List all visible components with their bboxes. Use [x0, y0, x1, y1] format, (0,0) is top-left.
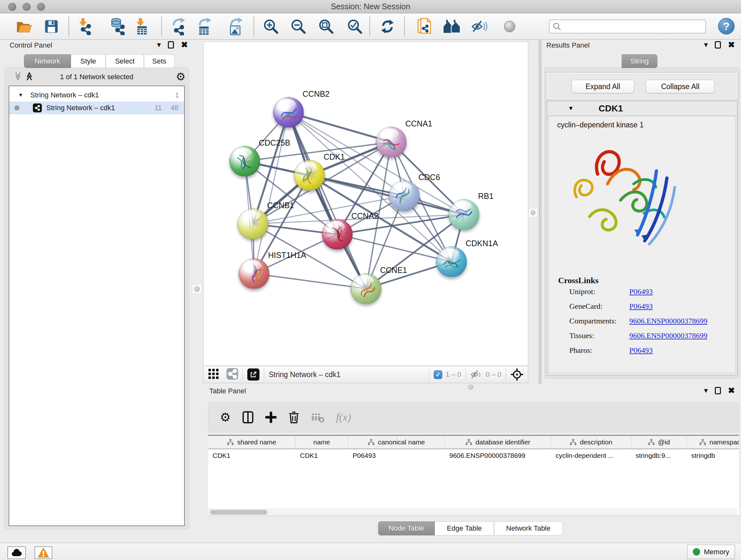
tab-node-table[interactable]: Node Table	[378, 521, 434, 536]
toolbar-separator	[429, 368, 429, 381]
close-window-icon[interactable]	[8, 3, 16, 11]
title-bar: Session: New Session	[0, 0, 741, 13]
network-node-CDC6[interactable]	[389, 180, 420, 211]
export-network-button[interactable]	[170, 17, 188, 36]
zoom-in-button[interactable]	[262, 17, 280, 36]
open-session-button[interactable]	[15, 17, 33, 36]
network-node-CCNE1[interactable]	[351, 273, 381, 304]
network-node-CDK1[interactable]	[294, 160, 325, 191]
gray-sphere-button[interactable]	[501, 17, 519, 36]
memory-button[interactable]: Memory	[687, 545, 735, 559]
network-node-HIST1H1A[interactable]	[239, 258, 269, 289]
zoom-fit-button[interactable]	[317, 17, 335, 36]
expand-all-button[interactable]: Expand All	[571, 80, 634, 93]
network-node-RB1[interactable]	[449, 199, 479, 230]
crosslink-link[interactable]: P06493	[629, 346, 653, 355]
close-panel-icon[interactable]: ✖	[181, 41, 188, 49]
tab-select[interactable]: Select	[106, 54, 144, 68]
collapse-all-button[interactable]: Collapse All	[646, 80, 715, 93]
panel-menu-icon[interactable]: ▾	[157, 41, 161, 49]
float-panel-icon[interactable]	[168, 41, 174, 49]
column-header-name[interactable]: name	[295, 436, 348, 449]
export-table-button[interactable]	[196, 17, 214, 36]
import-network-file-button[interactable]	[75, 17, 93, 36]
import-table-button[interactable]	[132, 17, 150, 36]
hide-selected-button[interactable]	[471, 17, 488, 36]
tab-sets[interactable]: Sets	[144, 54, 175, 68]
node-table: shared namenamecanonical namedatabase id…	[208, 435, 739, 516]
warnings-button[interactable]	[35, 546, 52, 559]
table-cell[interactable]: stringdb:9...	[631, 449, 687, 462]
add-column-icon[interactable]	[265, 412, 277, 423]
help-button[interactable]: ?	[718, 18, 735, 35]
crosslink-link[interactable]: P06493	[629, 287, 653, 296]
float-panel-icon[interactable]	[715, 387, 721, 394]
birdseye-crosshair-icon[interactable]	[511, 368, 523, 381]
column-header-namespace[interactable]: namespace	[687, 436, 739, 449]
network-node-CDKN1A[interactable]	[436, 246, 467, 277]
left-splitter-handle[interactable]	[192, 284, 202, 294]
tab-network[interactable]: Network	[24, 54, 71, 68]
tab-style[interactable]: Style	[71, 54, 106, 68]
collapse-triangle-icon[interactable]: ▼	[568, 105, 574, 112]
selected-nodes-checkbox[interactable]: ✓	[434, 370, 442, 379]
float-panel-icon[interactable]	[715, 41, 721, 49]
import-network-database-button[interactable]	[109, 17, 126, 36]
table-cell[interactable]: CDK1	[295, 449, 348, 462]
export-image-button[interactable]	[227, 17, 245, 36]
tab-network-table[interactable]: Network Table	[494, 521, 562, 536]
right-splitter-handle[interactable]	[529, 208, 537, 217]
crosslink-link[interactable]: 9606.ENSP00000378699	[629, 331, 708, 340]
node-gloss-highlight	[454, 201, 472, 212]
tab-edge-table[interactable]: Edge Table	[434, 521, 494, 536]
scrollbar-thumb[interactable]	[210, 510, 267, 515]
show-columns-icon[interactable]	[242, 411, 254, 424]
zoom-selected-button[interactable]	[346, 17, 364, 36]
zoom-out-button[interactable]	[289, 17, 307, 36]
table-cell[interactable]: stringdb	[687, 449, 739, 462]
tree-expand-icon[interactable]: ▼	[18, 92, 23, 98]
delete-column-trash-icon[interactable]	[288, 411, 300, 424]
network-row-selected[interactable]: String Network – cdk1 11 48	[9, 102, 184, 114]
right-splitter[interactable]	[539, 40, 541, 384]
network-node-CCNB2[interactable]	[273, 97, 304, 128]
network-node-CCNA2[interactable]	[322, 219, 353, 250]
table-cell[interactable]: P06493	[348, 449, 445, 462]
column-header--id[interactable]: @id	[631, 436, 687, 449]
maximize-window-icon[interactable]	[37, 3, 45, 11]
table-row[interactable]: CDK1CDK1P064939606.ENSP00000378699cyclin…	[208, 449, 739, 462]
network-node-CCNB1[interactable]	[238, 208, 268, 239]
gene-section-header[interactable]: ▼ CDK1	[547, 101, 737, 116]
column-header-shared-name[interactable]: shared name	[208, 436, 295, 449]
network-node-CDC25B[interactable]	[229, 146, 260, 177]
refresh-button[interactable]	[379, 17, 396, 36]
table-cell[interactable]: cyclin-dependent ...	[551, 449, 631, 462]
table-options-gear-icon[interactable]: ⚙	[220, 411, 231, 423]
horizontal-scrollbar[interactable]	[208, 509, 737, 516]
hidden-eye-slash-icon[interactable]	[470, 369, 482, 380]
cloud-status-button[interactable]	[7, 546, 26, 559]
network-canvas[interactable]: CCNB2CCNA1CDC25BCDK1CDC6RB1CCNB1CCNA2HIS…	[203, 42, 528, 366]
close-panel-icon[interactable]: ✖	[728, 386, 735, 395]
column-header-canonical-name[interactable]: canonical name	[348, 436, 445, 449]
detach-view-button[interactable]	[247, 368, 259, 381]
show-grid-button[interactable]	[208, 368, 219, 381]
column-header-database-identifier[interactable]: database identifier	[445, 436, 551, 449]
minimize-window-icon[interactable]	[23, 3, 30, 11]
save-session-button[interactable]	[43, 17, 60, 36]
tab-string[interactable]: String	[622, 54, 657, 68]
table-cell[interactable]: 9606.ENSP00000378699	[445, 449, 551, 462]
network-node-CCNA1[interactable]	[376, 127, 407, 158]
network-collection-row[interactable]: ▼ String Network – cdk1 1	[9, 89, 184, 102]
network-options-gear-icon[interactable]: ⚙	[176, 70, 185, 83]
crosslink-link[interactable]: P06493	[629, 302, 653, 311]
panel-menu-icon[interactable]: ▾	[704, 387, 708, 394]
close-panel-icon[interactable]: ✖	[728, 41, 735, 49]
panel-menu-icon[interactable]: ▾	[704, 41, 708, 49]
string-home-button[interactable]	[443, 17, 461, 36]
column-header-description[interactable]: description	[551, 436, 631, 449]
table-cell[interactable]: CDK1	[208, 449, 295, 462]
open-in-browser-button[interactable]	[415, 17, 433, 36]
crosslink-link[interactable]: 9606.ENSP00000378699	[629, 317, 708, 325]
search-input[interactable]	[561, 23, 698, 30]
